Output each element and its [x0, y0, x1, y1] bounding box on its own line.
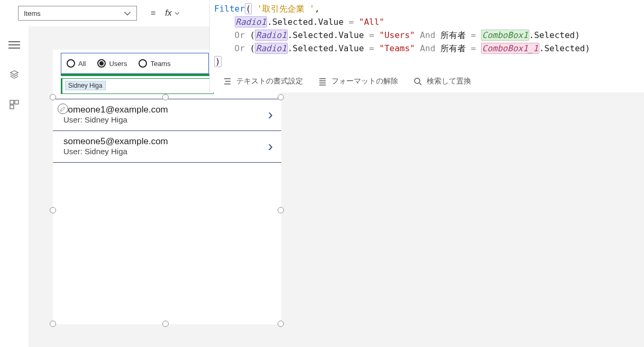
fx-label[interactable]: fx: [165, 8, 180, 18]
chevron-down-icon: [174, 10, 180, 16]
svg-rect-1: [10, 100, 14, 104]
radio-control[interactable]: All Users Teams: [61, 53, 209, 74]
selection-handle[interactable]: [50, 207, 56, 213]
radio-option-users[interactable]: Users: [97, 59, 127, 68]
gallery-item[interactable]: someone5@example.com User: Sidney Higa ›: [53, 130, 281, 163]
hamburger-icon[interactable]: [8, 40, 20, 50]
combobox-tag[interactable]: Sidney Higa: [65, 81, 106, 90]
selection-handle[interactable]: [50, 321, 56, 327]
radio-option-teams[interactable]: Teams: [139, 59, 170, 68]
gallery-items: someone1@example.com User: Sidney Higa ›…: [53, 99, 281, 163]
selection-handle[interactable]: [50, 94, 56, 100]
selection-handle[interactable]: [162, 321, 169, 327]
divider: [61, 74, 214, 76]
pencil-icon: [60, 106, 66, 112]
property-dropdown[interactable]: Items: [18, 6, 137, 21]
chevron-down-icon: [123, 8, 132, 18]
edit-template-icon[interactable]: [58, 104, 68, 114]
chevron-right-icon[interactable]: ›: [268, 106, 273, 123]
find-replace-button[interactable]: 検索して置換: [413, 77, 471, 86]
left-rail: [0, 26, 29, 347]
svg-rect-3: [10, 105, 14, 109]
item-title: someone5@example.com: [63, 136, 168, 147]
components-icon[interactable]: [9, 99, 20, 110]
radio-option-all[interactable]: All: [67, 59, 86, 68]
chevron-right-icon[interactable]: ›: [268, 138, 273, 155]
remove-format-button[interactable]: フォーマットの解除: [318, 77, 398, 86]
radio-icon: [139, 59, 147, 68]
format-icon: [223, 77, 232, 86]
formula-text[interactable]: Filter( '取引先企業 ', Radio1.Selected.Value …: [210, 0, 644, 71]
svg-rect-2: [15, 100, 19, 104]
property-name: Items: [24, 10, 41, 17]
selection-handle[interactable]: [278, 321, 284, 327]
gallery-item[interactable]: someone1@example.com User: Sidney Higa ›: [53, 99, 281, 130]
formula-toolbar: テキストの書式設定 フォーマットの解除 検索して置換: [210, 71, 644, 92]
selection-handle[interactable]: [278, 94, 284, 100]
radio-icon: [97, 59, 106, 68]
item-title: someone1@example.com: [63, 105, 168, 115]
item-subtitle: User: Sidney Higa: [63, 115, 168, 124]
selection-handle[interactable]: [278, 207, 284, 213]
search-icon: [413, 77, 422, 86]
format-text-button[interactable]: テキストの書式設定: [223, 77, 303, 86]
combobox-control[interactable]: Sidney Higa: [61, 78, 214, 94]
radio-icon: [67, 59, 75, 68]
svg-point-0: [415, 78, 420, 83]
layers-icon[interactable]: [10, 70, 19, 79]
equals-label: =: [151, 8, 155, 18]
formula-bar[interactable]: Filter( '取引先企業 ', Radio1.Selected.Value …: [209, 0, 644, 92]
item-subtitle: User: Sidney Higa: [63, 147, 168, 156]
unformat-icon: [318, 77, 327, 86]
selection-handle[interactable]: [162, 94, 169, 100]
